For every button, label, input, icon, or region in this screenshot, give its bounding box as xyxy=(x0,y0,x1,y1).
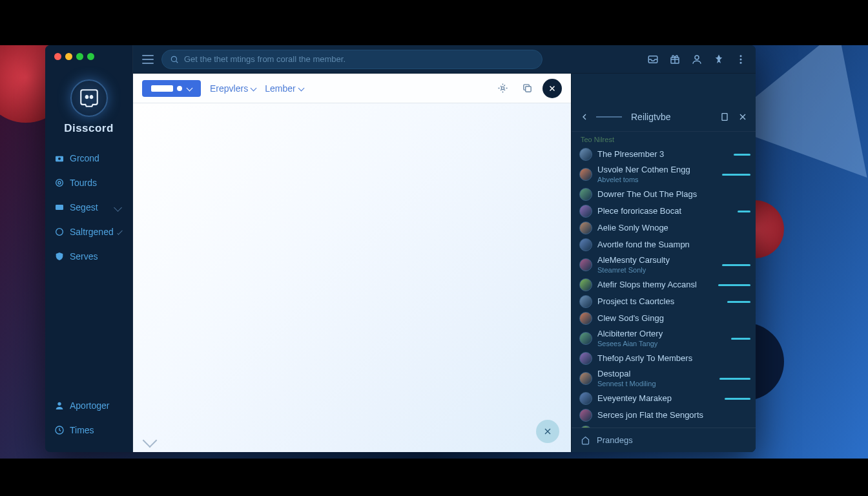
list-item[interactable]: DestopalSennest t Modiling xyxy=(578,367,752,390)
chevron-down-icon xyxy=(251,85,257,92)
chevron-down-icon xyxy=(187,85,193,92)
row-title: Avortle fond the Suampn xyxy=(597,240,750,251)
fab-button[interactable] xyxy=(536,420,559,443)
nav-label: Saltrgened xyxy=(70,227,114,237)
panel-footer-label: Prandegs xyxy=(597,435,633,445)
list-item[interactable]: Serces jon Flat the Sengorts xyxy=(578,407,752,424)
main-area: Erepvlers Lember xyxy=(133,45,756,452)
sidebar-item-saltrgened[interactable]: Saltrgened xyxy=(52,222,126,242)
row-title: Eveyentey Marakep xyxy=(597,393,719,404)
avatar xyxy=(579,278,592,291)
row-text: The Plresember 3 xyxy=(597,149,728,160)
list-item[interactable]: Dowrer The Out The Plags xyxy=(578,186,752,203)
minimize-dot[interactable] xyxy=(65,53,72,60)
list-item[interactable]: SuNoft of Gany Colong xyxy=(578,424,752,428)
row-sub: Steamret Sonly xyxy=(597,266,717,274)
row-title: Serces jon Flat the Sengorts xyxy=(597,410,750,421)
target-icon xyxy=(54,178,65,188)
search-icon xyxy=(170,55,179,64)
row-text: Serces jon Flat the Sengorts xyxy=(597,410,750,421)
user-icon[interactable] xyxy=(691,54,703,65)
window-controls[interactable] xyxy=(52,53,126,60)
content-canvas[interactable] xyxy=(133,103,571,452)
more-icon[interactable] xyxy=(735,54,747,65)
row-text: Atefir Slops themy Accansl xyxy=(597,280,713,291)
member-list[interactable]: The Plresember 3Usvole Ner Cothen EnggAb… xyxy=(572,145,756,428)
list-item[interactable]: AleMesnty CarsultySteamret Sonly xyxy=(578,253,752,276)
row-title: The Plresember 3 xyxy=(597,149,728,160)
row-title: Clew Sod's Gingg xyxy=(597,313,750,324)
shield-icon xyxy=(54,251,65,262)
list-item[interactable]: Aelie Sonly Wnoge xyxy=(578,220,752,236)
sidebar-item-aportoger[interactable]: Aportoger xyxy=(52,395,126,416)
brand-name: Disscord xyxy=(52,122,126,135)
nav-label: Times xyxy=(70,425,94,435)
row-text: Plece fororicase Bocat xyxy=(597,206,732,217)
row-text: Usvole Ner Cothen EnggAbvelet toms xyxy=(597,165,717,184)
list-item[interactable]: Alcibiterter OrterySesees Aian Tangy xyxy=(578,327,752,350)
home-icon xyxy=(581,435,590,445)
gift-icon[interactable] xyxy=(669,54,681,65)
pin-icon[interactable] xyxy=(713,54,725,65)
panel-title: Reiligtvbe xyxy=(631,112,670,122)
avatar xyxy=(579,168,592,181)
sidebar-item-segest[interactable]: Segest xyxy=(52,197,126,218)
row-text: Eveyentey Marakep xyxy=(597,393,719,404)
avatar xyxy=(579,188,592,201)
list-item[interactable]: The Plresember 3 xyxy=(578,146,752,163)
row-sub: Sesees Aian Tangy xyxy=(597,340,726,348)
row-text: Avortle fond the Suampn xyxy=(597,240,750,251)
list-item[interactable]: Clew Sod's Gingg xyxy=(578,310,752,327)
row-text: Thefop Asrly To Members xyxy=(597,353,750,364)
topbar xyxy=(133,45,756,74)
primary-pill[interactable] xyxy=(142,80,201,97)
list-item[interactable]: Prosject ts Caortcles xyxy=(578,293,752,310)
dropdown-erepvlers[interactable]: Erepvlers xyxy=(210,83,256,94)
chevron-down-icon xyxy=(298,85,304,92)
close-panel-button[interactable] xyxy=(738,112,748,122)
row-title: Atefir Slops themy Accansl xyxy=(597,280,713,291)
list-item[interactable]: Usvole Ner Cothen EnggAbvelet toms xyxy=(578,163,752,186)
settings-icon[interactable] xyxy=(493,79,512,98)
sidebar: Disscord GrcondTourdsSegestSaltrgenedSer… xyxy=(45,45,133,452)
activity-bar xyxy=(718,284,750,286)
list-item[interactable]: Avortle fond the Suampn xyxy=(578,236,752,253)
svg-rect-4 xyxy=(56,205,63,210)
back-button[interactable] xyxy=(579,112,590,122)
list-item[interactable]: Thefop Asrly To Members xyxy=(578,350,752,367)
panel-footer[interactable]: Prandegs xyxy=(572,428,756,452)
avatar xyxy=(579,426,592,428)
brand-logo[interactable] xyxy=(70,79,108,117)
search-input[interactable] xyxy=(184,54,534,64)
row-title: Aelie Sonly Wnoge xyxy=(597,223,750,234)
sidebar-item-grcond[interactable]: Grcond xyxy=(52,148,126,169)
clock-icon xyxy=(54,425,65,435)
list-item[interactable]: Eveyentey Marakep xyxy=(578,390,752,407)
activity-bar xyxy=(725,398,750,400)
avatar xyxy=(579,258,592,271)
row-text: Clew Sod's Gingg xyxy=(597,313,750,324)
bookmark-icon[interactable] xyxy=(719,112,730,122)
user-icon xyxy=(54,400,65,411)
sidebar-item-times[interactable]: Times xyxy=(52,420,126,440)
extra-dot[interactable] xyxy=(87,53,94,60)
inbox-icon[interactable] xyxy=(647,54,659,65)
row-title: Destopal xyxy=(597,369,714,380)
row-text: DestopalSennest t Modiling xyxy=(597,369,714,388)
avatar xyxy=(579,332,592,345)
sidebar-item-tourds[interactable]: Tourds xyxy=(52,172,126,193)
search-field[interactable] xyxy=(161,50,542,69)
svg-rect-17 xyxy=(722,113,727,120)
close-dot[interactable] xyxy=(54,53,61,60)
list-item[interactable]: Atefir Slops themy Accansl xyxy=(578,276,752,293)
dropdown-lember[interactable]: Lember xyxy=(265,83,303,94)
maximize-dot[interactable] xyxy=(76,53,83,60)
menu-button[interactable] xyxy=(142,55,154,64)
sidebar-item-serves[interactable]: Serves xyxy=(52,246,126,267)
close-button[interactable] xyxy=(542,79,562,98)
copy-icon[interactable] xyxy=(518,79,536,98)
row-title: AleMesnty Carsulty xyxy=(597,255,717,266)
expand-chevron[interactable] xyxy=(143,433,158,448)
row-title: Plece fororicase Bocat xyxy=(597,206,732,217)
list-item[interactable]: Plece fororicase Bocat xyxy=(578,203,752,220)
